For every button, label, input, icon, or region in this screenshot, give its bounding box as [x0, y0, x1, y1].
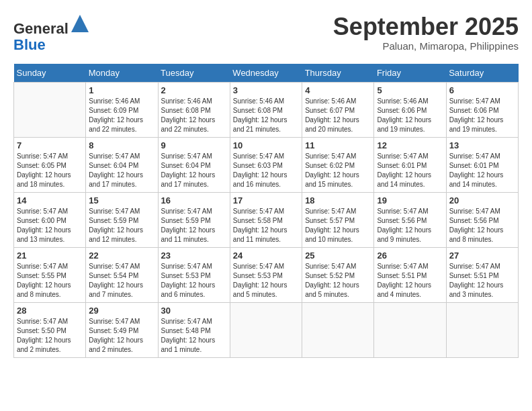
day-info: Sunrise: 5:47 AM Sunset: 5:54 PM Dayligh… — [89, 262, 154, 300]
day-info: Sunrise: 5:47 AM Sunset: 5:53 PM Dayligh… — [161, 262, 227, 300]
calendar-cell: 7Sunrise: 5:47 AM Sunset: 6:05 PM Daylig… — [14, 138, 86, 193]
day-number: 16 — [161, 195, 227, 205]
day-number: 9 — [161, 140, 227, 150]
calendar-cell — [14, 83, 86, 138]
calendar-cell: 28Sunrise: 5:47 AM Sunset: 5:50 PM Dayli… — [14, 303, 86, 358]
calendar-cell — [446, 303, 518, 358]
day-info: Sunrise: 5:47 AM Sunset: 5:57 PM Dayligh… — [305, 207, 371, 244]
calendar-week-2: 7Sunrise: 5:47 AM Sunset: 6:05 PM Daylig… — [14, 138, 519, 193]
day-info: Sunrise: 5:47 AM Sunset: 6:01 PM Dayligh… — [377, 152, 443, 189]
calendar-cell: 17Sunrise: 5:47 AM Sunset: 5:58 PM Dayli… — [230, 193, 302, 248]
header-tuesday: Tuesday — [158, 64, 230, 83]
calendar-cell — [230, 303, 302, 358]
header-friday: Friday — [374, 64, 446, 83]
day-number: 24 — [233, 250, 299, 261]
logo-icon — [70, 13, 90, 34]
day-info: Sunrise: 5:47 AM Sunset: 6:04 PM Dayligh… — [161, 152, 227, 189]
day-info: Sunrise: 5:47 AM Sunset: 5:59 PM Dayligh… — [161, 207, 227, 244]
calendar-cell: 8Sunrise: 5:47 AM Sunset: 6:04 PM Daylig… — [86, 138, 158, 193]
day-info: Sunrise: 5:47 AM Sunset: 5:56 PM Dayligh… — [377, 207, 443, 244]
calendar-cell: 13Sunrise: 5:47 AM Sunset: 6:01 PM Dayli… — [446, 138, 518, 193]
day-number: 2 — [161, 85, 227, 95]
calendar-cell: 9Sunrise: 5:47 AM Sunset: 6:04 PM Daylig… — [158, 138, 230, 193]
day-number: 3 — [233, 85, 299, 95]
day-info: Sunrise: 5:46 AM Sunset: 6:08 PM Dayligh… — [233, 97, 299, 134]
calendar-body: 1Sunrise: 5:46 AM Sunset: 6:09 PM Daylig… — [14, 83, 519, 358]
day-info: Sunrise: 5:47 AM Sunset: 6:04 PM Dayligh… — [89, 152, 154, 189]
day-number: 7 — [17, 140, 83, 150]
calendar-cell: 26Sunrise: 5:47 AM Sunset: 5:51 PM Dayli… — [374, 248, 446, 303]
calendar-cell: 1Sunrise: 5:46 AM Sunset: 6:09 PM Daylig… — [86, 83, 158, 138]
day-info: Sunrise: 5:47 AM Sunset: 5:49 PM Dayligh… — [89, 317, 154, 355]
calendar-cell: 14Sunrise: 5:47 AM Sunset: 6:00 PM Dayli… — [14, 193, 86, 248]
page-header: General Blue September 2025 Paluan, Mima… — [13, 13, 519, 53]
day-number: 10 — [233, 140, 299, 150]
calendar-cell: 25Sunrise: 5:47 AM Sunset: 5:52 PM Dayli… — [302, 248, 374, 303]
day-info: Sunrise: 5:47 AM Sunset: 5:52 PM Dayligh… — [305, 262, 371, 300]
calendar-cell: 6Sunrise: 5:47 AM Sunset: 6:06 PM Daylig… — [446, 83, 518, 138]
day-info: Sunrise: 5:47 AM Sunset: 6:03 PM Dayligh… — [233, 152, 299, 189]
day-number: 30 — [161, 306, 227, 316]
day-info: Sunrise: 5:47 AM Sunset: 5:56 PM Dayligh… — [449, 207, 515, 244]
day-number: 28 — [17, 306, 83, 316]
calendar-cell: 20Sunrise: 5:47 AM Sunset: 5:56 PM Dayli… — [446, 193, 518, 248]
day-info: Sunrise: 5:47 AM Sunset: 6:00 PM Dayligh… — [17, 207, 83, 244]
day-number: 12 — [377, 140, 443, 150]
svg-marker-0 — [71, 15, 89, 32]
day-info: Sunrise: 5:47 AM Sunset: 5:58 PM Dayligh… — [233, 207, 299, 244]
calendar-cell: 21Sunrise: 5:47 AM Sunset: 5:55 PM Dayli… — [14, 248, 86, 303]
day-number: 27 — [449, 250, 515, 261]
header-saturday: Saturday — [446, 64, 518, 83]
day-number: 26 — [377, 250, 443, 261]
calendar-cell: 27Sunrise: 5:47 AM Sunset: 5:51 PM Dayli… — [446, 248, 518, 303]
day-info: Sunrise: 5:47 AM Sunset: 5:59 PM Dayligh… — [89, 207, 154, 244]
calendar-cell: 10Sunrise: 5:47 AM Sunset: 6:03 PM Dayli… — [230, 138, 302, 193]
calendar-week-4: 21Sunrise: 5:47 AM Sunset: 5:55 PM Dayli… — [14, 248, 519, 303]
header-wednesday: Wednesday — [230, 64, 302, 83]
header-sunday: Sunday — [14, 64, 86, 83]
calendar-cell — [302, 303, 374, 358]
day-number: 13 — [449, 140, 515, 150]
location-subtitle: Paluan, Mimaropa, Philippines — [333, 40, 519, 52]
day-info: Sunrise: 5:47 AM Sunset: 6:06 PM Dayligh… — [449, 97, 515, 134]
calendar-cell: 24Sunrise: 5:47 AM Sunset: 5:53 PM Dayli… — [230, 248, 302, 303]
day-number: 20 — [449, 195, 515, 205]
calendar-cell: 23Sunrise: 5:47 AM Sunset: 5:53 PM Dayli… — [158, 248, 230, 303]
calendar-cell: 12Sunrise: 5:47 AM Sunset: 6:01 PM Dayli… — [374, 138, 446, 193]
day-number: 8 — [89, 140, 154, 150]
calendar-cell — [374, 303, 446, 358]
calendar-week-1: 1Sunrise: 5:46 AM Sunset: 6:09 PM Daylig… — [14, 83, 519, 138]
day-info: Sunrise: 5:47 AM Sunset: 5:51 PM Dayligh… — [377, 262, 443, 300]
calendar-cell: 22Sunrise: 5:47 AM Sunset: 5:54 PM Dayli… — [86, 248, 158, 303]
day-number: 21 — [17, 250, 83, 261]
title-area: September 2025 Paluan, Mimaropa, Philipp… — [333, 13, 519, 52]
calendar-cell: 5Sunrise: 5:46 AM Sunset: 6:06 PM Daylig… — [374, 83, 446, 138]
calendar-cell: 19Sunrise: 5:47 AM Sunset: 5:56 PM Dayli… — [374, 193, 446, 248]
calendar-cell: 18Sunrise: 5:47 AM Sunset: 5:57 PM Dayli… — [302, 193, 374, 248]
day-info: Sunrise: 5:47 AM Sunset: 5:50 PM Dayligh… — [17, 317, 83, 355]
day-number: 18 — [305, 195, 371, 205]
day-number: 4 — [305, 85, 371, 95]
day-number: 29 — [89, 306, 154, 316]
day-info: Sunrise: 5:47 AM Sunset: 6:05 PM Dayligh… — [17, 152, 83, 189]
day-info: Sunrise: 5:46 AM Sunset: 6:08 PM Dayligh… — [161, 97, 227, 134]
calendar-cell: 4Sunrise: 5:46 AM Sunset: 6:07 PM Daylig… — [302, 83, 374, 138]
day-info: Sunrise: 5:47 AM Sunset: 5:48 PM Dayligh… — [161, 317, 227, 355]
day-info: Sunrise: 5:47 AM Sunset: 5:55 PM Dayligh… — [17, 262, 83, 300]
calendar-cell: 30Sunrise: 5:47 AM Sunset: 5:48 PM Dayli… — [158, 303, 230, 358]
day-number: 15 — [89, 195, 154, 205]
calendar-week-5: 28Sunrise: 5:47 AM Sunset: 5:50 PM Dayli… — [14, 303, 519, 358]
day-info: Sunrise: 5:46 AM Sunset: 6:06 PM Dayligh… — [377, 97, 443, 134]
day-info: Sunrise: 5:46 AM Sunset: 6:07 PM Dayligh… — [305, 97, 371, 134]
day-number: 1 — [89, 85, 154, 95]
calendar-week-3: 14Sunrise: 5:47 AM Sunset: 6:00 PM Dayli… — [14, 193, 519, 248]
calendar-cell: 29Sunrise: 5:47 AM Sunset: 5:49 PM Dayli… — [86, 303, 158, 358]
header-thursday: Thursday — [302, 64, 374, 83]
calendar-cell: 2Sunrise: 5:46 AM Sunset: 6:08 PM Daylig… — [158, 83, 230, 138]
calendar-cell: 15Sunrise: 5:47 AM Sunset: 5:59 PM Dayli… — [86, 193, 158, 248]
logo-blue: Blue — [13, 36, 46, 53]
day-number: 5 — [377, 85, 443, 95]
day-info: Sunrise: 5:47 AM Sunset: 5:51 PM Dayligh… — [449, 262, 515, 300]
day-info: Sunrise: 5:46 AM Sunset: 6:09 PM Dayligh… — [89, 97, 154, 134]
calendar-cell: 3Sunrise: 5:46 AM Sunset: 6:08 PM Daylig… — [230, 83, 302, 138]
